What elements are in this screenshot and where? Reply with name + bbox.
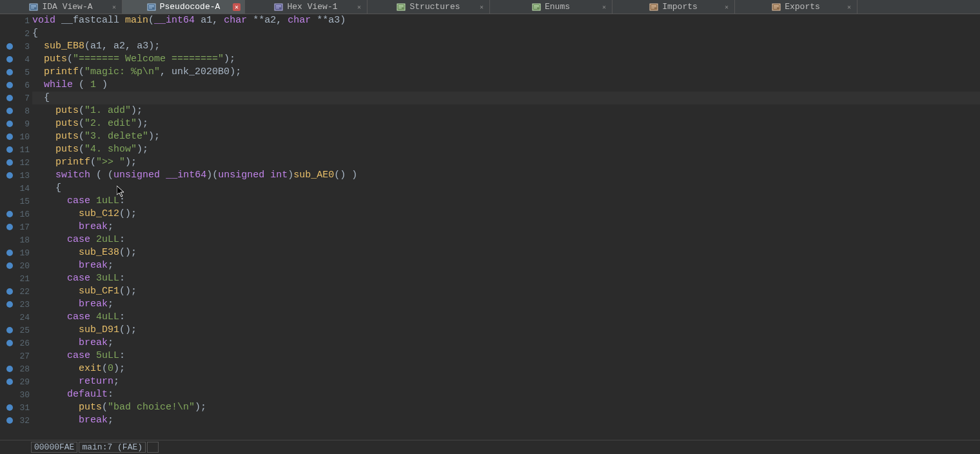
- breakpoint-icon[interactable]: [6, 82, 13, 88]
- line-number[interactable]: 7: [0, 92, 32, 104]
- code-line[interactable]: default:: [32, 388, 980, 401]
- code-line[interactable]: case 4uLL:: [32, 311, 980, 324]
- line-number[interactable]: 20: [0, 259, 32, 272]
- code-line[interactable]: case 3uLL:: [32, 272, 980, 285]
- breakpoint-icon[interactable]: [6, 301, 13, 308]
- line-number[interactable]: 22: [0, 285, 32, 298]
- close-icon[interactable]: ✕: [478, 3, 485, 11]
- breakpoint-icon[interactable]: [6, 417, 13, 424]
- breakpoint-icon[interactable]: [6, 133, 13, 140]
- tab-structures[interactable]: Structures✕: [368, 0, 490, 14]
- code-line[interactable]: sub_EB8(a1, a2, a3);: [32, 40, 980, 53]
- code-line[interactable]: printf("magic: %p\n", unk_2020B0);: [32, 66, 980, 79]
- code-line[interactable]: break;: [32, 337, 980, 350]
- code-area[interactable]: void __fastcall main(__int64 a1, char **…: [32, 14, 980, 440]
- line-number[interactable]: 12: [0, 156, 32, 169]
- tab-ida-view-a[interactable]: IDA View-A✕: [0, 0, 122, 14]
- close-icon[interactable]: ✕: [723, 3, 730, 11]
- line-number[interactable]: 10: [0, 130, 32, 143]
- line-number[interactable]: 21: [0, 272, 32, 285]
- code-line[interactable]: return;: [32, 375, 980, 388]
- line-number[interactable]: 18: [0, 233, 32, 246]
- breakpoint-icon[interactable]: [6, 250, 13, 256]
- line-number[interactable]: 9: [0, 117, 32, 130]
- line-number[interactable]: 6: [0, 79, 32, 92]
- close-icon[interactable]: ✕: [845, 3, 853, 11]
- code-line[interactable]: puts("======= Welcome ========");: [32, 53, 980, 66]
- line-number[interactable]: 15: [0, 195, 32, 208]
- code-line[interactable]: while ( 1 ): [32, 79, 980, 92]
- line-number[interactable]: 24: [0, 311, 32, 324]
- line-number[interactable]: 14: [0, 182, 32, 195]
- tab-hex-view-1[interactable]: Hex View-1✕: [245, 0, 368, 14]
- line-number[interactable]: 5: [0, 66, 32, 79]
- line-number[interactable]: 2: [0, 27, 32, 40]
- code-line[interactable]: exit(0);: [32, 362, 980, 375]
- tab-pseudocode-a[interactable]: Pseudocode-A✕: [122, 0, 245, 14]
- line-number[interactable]: 1: [0, 14, 32, 27]
- code-editor[interactable]: 1234567891011121314151617181920212223242…: [0, 14, 980, 440]
- code-line[interactable]: break;: [32, 414, 980, 427]
- line-number[interactable]: 13: [0, 169, 32, 182]
- code-line[interactable]: break;: [32, 298, 980, 311]
- breakpoint-icon[interactable]: [6, 121, 13, 127]
- code-line[interactable]: sub_E38();: [32, 246, 980, 259]
- line-number[interactable]: 16: [0, 208, 32, 221]
- code-line[interactable]: switch ( (unsigned __int64)(unsigned int…: [32, 169, 980, 182]
- code-line[interactable]: case 1uLL:: [32, 195, 980, 208]
- breakpoint-icon[interactable]: [6, 224, 13, 230]
- code-line[interactable]: puts("1. add");: [32, 104, 980, 117]
- line-number[interactable]: 32: [0, 414, 32, 427]
- code-line[interactable]: puts("4. show");: [32, 143, 980, 156]
- tab-enums[interactable]: Enums✕: [490, 0, 612, 14]
- line-number[interactable]: 28: [0, 362, 32, 375]
- code-line[interactable]: sub_D91();: [32, 324, 980, 337]
- breakpoint-icon[interactable]: [6, 69, 13, 75]
- breakpoint-icon[interactable]: [6, 340, 13, 346]
- code-line[interactable]: puts("3. delete");: [32, 130, 980, 143]
- code-line[interactable]: {: [32, 182, 980, 195]
- line-number[interactable]: 17: [0, 221, 32, 233]
- code-line[interactable]: {: [32, 92, 980, 104]
- breakpoint-icon[interactable]: [6, 56, 13, 63]
- breakpoint-icon[interactable]: [6, 366, 13, 372]
- breakpoint-icon[interactable]: [6, 108, 13, 114]
- breakpoint-icon[interactable]: [6, 95, 13, 101]
- tab-imports[interactable]: Imports✕: [612, 0, 735, 14]
- breakpoint-icon[interactable]: [6, 379, 13, 385]
- line-number[interactable]: 8: [0, 104, 32, 117]
- close-icon[interactable]: ✕: [355, 3, 363, 11]
- line-number[interactable]: 23: [0, 298, 32, 311]
- breakpoint-icon[interactable]: [6, 327, 13, 333]
- tab-exports[interactable]: Exports✕: [735, 0, 858, 14]
- line-number[interactable]: 3: [0, 40, 32, 53]
- breakpoint-icon[interactable]: [6, 43, 13, 50]
- line-number[interactable]: 29: [0, 375, 32, 388]
- code-line[interactable]: case 5uLL:: [32, 350, 980, 362]
- breakpoint-icon[interactable]: [6, 159, 13, 166]
- breakpoint-icon[interactable]: [6, 404, 13, 411]
- code-line[interactable]: puts("bad choice!\n");: [32, 401, 980, 414]
- code-line[interactable]: puts("2. edit");: [32, 117, 980, 130]
- line-number[interactable]: 30: [0, 388, 32, 401]
- code-line[interactable]: sub_C12();: [32, 208, 980, 221]
- code-line[interactable]: sub_CF1();: [32, 285, 980, 298]
- close-icon[interactable]: ✕: [233, 3, 240, 11]
- line-number[interactable]: 27: [0, 350, 32, 362]
- line-number[interactable]: 26: [0, 337, 32, 350]
- line-number[interactable]: 25: [0, 324, 32, 337]
- breakpoint-icon[interactable]: [6, 262, 13, 269]
- breakpoint-icon[interactable]: [6, 288, 13, 295]
- close-icon[interactable]: ✕: [110, 3, 118, 11]
- close-icon[interactable]: ✕: [600, 3, 608, 11]
- code-line[interactable]: break;: [32, 259, 980, 272]
- breakpoint-icon[interactable]: [6, 146, 13, 153]
- breakpoint-icon[interactable]: [6, 172, 13, 179]
- line-number[interactable]: 31: [0, 401, 32, 414]
- line-number[interactable]: 11: [0, 143, 32, 156]
- breakpoint-icon[interactable]: [6, 211, 13, 217]
- code-line[interactable]: case 2uLL:: [32, 233, 980, 246]
- code-line[interactable]: {: [32, 27, 980, 40]
- line-number[interactable]: 19: [0, 246, 32, 259]
- code-line[interactable]: printf(">> ");: [32, 156, 980, 169]
